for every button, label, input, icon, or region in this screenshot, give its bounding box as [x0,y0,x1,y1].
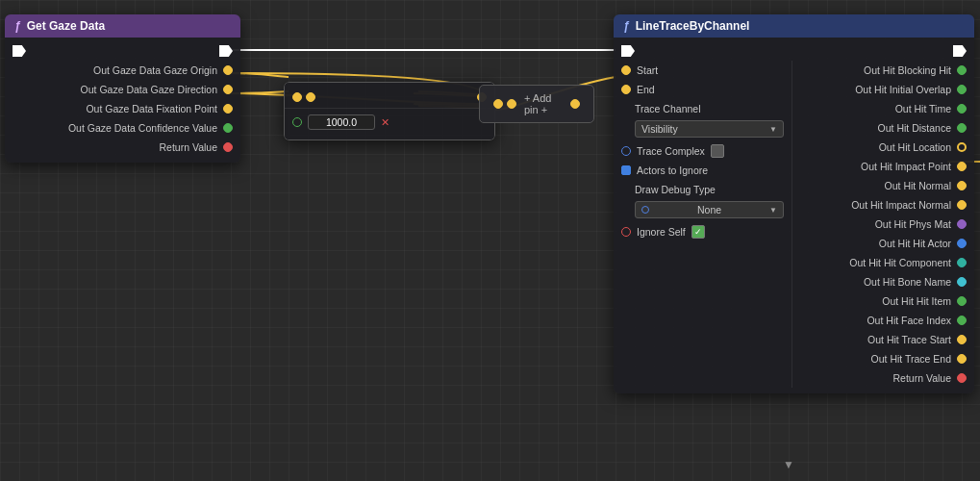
pin-label-trace-complex: Trace Complex [637,145,705,157]
pin-label-fixation-point: Out Gaze Data Fixation Point [86,103,217,114]
pin-row-trace-start: Out Hit Trace Start [796,330,974,349]
draw-debug-dropdown[interactable]: None ▼ [635,201,784,218]
fixation-point-pin[interactable] [223,104,233,114]
trace-end-pin[interactable] [957,354,967,364]
number-input-row: 1000.0 ✕ [285,111,494,134]
impact-point-pin[interactable] [957,162,967,171]
line-trace-title: LineTraceByChannel [636,19,750,33]
trace-complex-pin[interactable] [621,146,631,156]
pin-row-impact-normal: Out Hit Impact Normal [796,195,974,215]
pin-label-hit-actor: Out Hit Hit Actor [879,238,951,249]
trace-inputs-col: Start End Trace Channel Visibility ▼ [614,61,792,388]
confidence-pin[interactable] [223,123,233,133]
hit-normal-pin[interactable] [957,181,967,190]
trace-outputs-col: Out Hit Blocking Hit Out Hit Initial Ove… [792,61,974,388]
get-gaze-data-body: Out Gaze Data Gaze Origin Out Gaze Data … [5,38,240,163]
get-gaze-data-title: Get Gaze Data [27,19,105,33]
pin-row-start: Start [614,61,792,80]
get-gaze-data-node: ƒ Get Gaze Data Out Gaze Data Gaze Origi… [5,14,240,163]
trace-start-pin[interactable] [957,335,967,344]
pin-label-hit-distance: Out Hit Distance [878,122,951,134]
initial-overlap-pin[interactable] [957,85,967,94]
trace-exec-in[interactable] [621,45,635,57]
exec-row [5,43,240,61]
pin-row-hit-component: Out Hit Hit Component [796,253,974,272]
trace-columns: Start End Trace Channel Visibility ▼ [614,61,974,388]
hit-distance-pin[interactable] [957,123,967,133]
pin-label-phys-mat: Out Hit Phys Mat [875,218,951,230]
exec-in-pin[interactable] [13,45,26,57]
pin-label-impact-normal: Out Hit Impact Normal [851,199,951,211]
pin-label-trace-end: Out Hit Trace End [871,353,951,365]
pin-row-return-trace: Return Value [796,368,974,388]
trace-exec-out[interactable] [953,45,967,57]
line-trace-header: ƒ LineTraceByChannel [614,14,974,38]
end-pin[interactable] [621,85,631,94]
ignore-self-checkbox[interactable]: ✓ [691,225,705,239]
hit-item-pin[interactable] [957,296,967,306]
pin-row-bone-name: Out Hit Bone Name [796,272,974,291]
multiply-in1[interactable] [292,92,302,102]
pin-row-hit-actor: Out Hit Hit Actor [796,234,974,253]
pin-label-hit-item: Out Hit Hit Item [882,295,951,307]
hit-component-pin[interactable] [957,258,967,267]
add-pin-node: + Add pin + [479,85,594,123]
pin-row-trace-complex: Trace Complex [614,141,792,161]
pin-label-end: End [637,84,655,95]
pin-label-face-index: Out Hit Face Index [867,315,951,326]
add-pin-in2[interactable] [507,99,516,109]
gaze-direction-pin[interactable] [223,85,233,94]
pin-row-face-index: Out Hit Face Index [796,311,974,330]
number-input-field[interactable]: 1000.0 [308,114,375,130]
pin-row-draw-debug: Draw Debug Type [614,180,792,199]
impact-normal-pin[interactable] [957,200,967,210]
pin-label-draw-debug: Draw Debug Type [635,184,716,195]
add-pin-in1[interactable] [493,99,503,109]
pin-label-ignore-self: Ignore Self [637,226,686,238]
pin-row-impact-point: Out Hit Impact Point [796,157,974,176]
pin-label-confidence: Out Gaze Data Confidence Value [68,122,217,134]
scroll-indicator: ▼ [783,458,794,471]
pin-row-hit-distance: Out Hit Distance [796,118,974,138]
pin-row-trace-channel: Trace Channel [614,99,792,118]
pin-label-hit-time: Out Hit Time [895,103,951,114]
pin-label-hit-component: Out Hit Hit Component [849,257,951,268]
trace-channel-value: Visibility [641,123,678,135]
gaze-origin-pin[interactable] [223,65,233,75]
pin-label-return-gaze: Return Value [159,141,217,153]
trace-channel-dropdown[interactable]: Visibility ▼ [635,120,784,138]
pin-label-initial-overlap: Out Hit Initial Overlap [855,84,951,95]
exec-out-pin[interactable] [219,45,233,57]
pin-row-gaze-origin: Out Gaze Data Gaze Origin [5,61,240,80]
trace-channel-dropdown-wrap: Visibility ▼ [614,118,792,141]
pin-label-trace-channel: Trace Channel [635,103,700,114]
pin-row-trace-end: Out Hit Trace End [796,349,974,368]
func-icon: ƒ [14,19,21,33]
vector-multiply-body: 1000.0 ✕ [284,82,495,140]
pin-label-actors-ignore: Actors to Ignore [637,165,708,176]
pin-row-return-gaze: Return Value [5,138,240,157]
number-input-pin[interactable] [292,117,302,127]
pin-row-actors-ignore: Actors to Ignore [614,161,792,180]
face-index-pin[interactable] [957,316,967,325]
hit-time-pin[interactable] [957,104,967,114]
bone-name-pin[interactable] [957,277,967,287]
phys-mat-pin[interactable] [957,219,967,229]
add-pin-out[interactable] [570,99,580,109]
start-pin[interactable] [621,65,631,75]
trace-complex-checkbox[interactable] [711,144,724,158]
blocking-hit-pin[interactable] [957,65,967,75]
hit-actor-pin[interactable] [957,239,967,248]
ignore-self-pin[interactable] [621,227,631,237]
return-trace-pin[interactable] [957,373,967,383]
pin-label-trace-start: Out Hit Trace Start [867,334,951,345]
hit-location-pin[interactable] [957,142,967,152]
multiply-in2[interactable] [306,92,315,102]
clear-input-button[interactable]: ✕ [381,116,389,129]
draw-debug-pin[interactable] [641,206,649,214]
actors-ignore-pin[interactable] [621,165,631,175]
return-gaze-pin[interactable] [223,142,233,152]
pin-row-blocking-hit: Out Hit Blocking Hit [796,61,974,80]
pin-label-bone-name: Out Hit Bone Name [864,276,951,288]
multiply-exec [285,89,494,106]
